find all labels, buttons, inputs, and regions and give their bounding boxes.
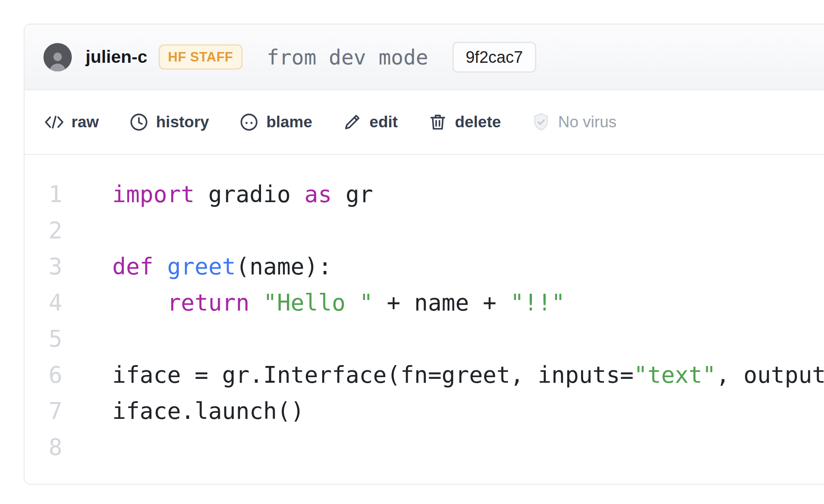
file-viewer-card: julien-c HF STAFF from dev mode 9f2cac7 …	[24, 24, 824, 485]
code-token: import	[112, 176, 194, 212]
history-label: history	[156, 113, 209, 131]
code-token: iface = gr.Interface(fn=greet, inputs=	[112, 357, 634, 393]
blame-button[interactable]: blame	[239, 112, 312, 132]
code-token: + name +	[373, 285, 510, 321]
clock-icon	[129, 112, 149, 132]
code-token	[112, 285, 167, 321]
line-number[interactable]: 7	[44, 393, 62, 429]
code-line: 5	[44, 321, 824, 357]
avatar[interactable]	[43, 43, 72, 71]
line-number[interactable]: 2	[44, 212, 62, 249]
code-token: greet	[167, 249, 236, 285]
hf-staff-badge: HF STAFF	[159, 44, 243, 70]
edit-label: edit	[369, 113, 398, 131]
code-token: gr	[332, 176, 373, 212]
commit-header: julien-c HF STAFF from dev mode 9f2cac7	[25, 25, 824, 90]
no-virus-label: No virus	[558, 113, 617, 131]
code-line: 1import gradio as gr	[44, 176, 824, 212]
blame-label: blame	[266, 113, 312, 131]
code-token: "Hello "	[263, 285, 373, 321]
commit-hash-chip[interactable]: 9f2cac7	[452, 42, 536, 73]
code-line: 7iface.launch()	[44, 393, 824, 429]
code-token: iface.launch()	[112, 393, 304, 429]
virus-scan-status[interactable]: No virus	[531, 112, 617, 132]
code-token: "text"	[634, 357, 716, 393]
code-token: "!!"	[510, 285, 565, 321]
code-line: 3def greet(name):	[44, 249, 824, 285]
commit-author[interactable]: julien-c	[86, 47, 148, 67]
line-number[interactable]: 6	[44, 357, 62, 393]
code-token: , output	[716, 357, 824, 393]
line-number[interactable]: 4	[44, 285, 62, 321]
code-token	[249, 285, 263, 321]
line-number[interactable]: 1	[44, 176, 62, 212]
delete-button[interactable]: delete	[428, 112, 501, 132]
line-number[interactable]: 3	[44, 249, 62, 285]
raw-button[interactable]: raw	[44, 112, 99, 132]
delete-label: delete	[455, 113, 501, 131]
code-token	[154, 249, 167, 285]
code-viewer: 1import gradio as gr23def greet(name):4 …	[25, 155, 824, 465]
pencil-icon	[342, 112, 362, 132]
file-toolbar: raw history blame edit	[25, 90, 824, 155]
line-number[interactable]: 8	[44, 429, 62, 465]
history-button[interactable]: history	[129, 112, 209, 132]
raw-label: raw	[71, 113, 99, 131]
code-token: return	[167, 285, 249, 321]
edit-button[interactable]: edit	[342, 112, 398, 132]
code-icon	[44, 112, 64, 132]
shield-check-icon	[531, 112, 551, 132]
line-number[interactable]: 5	[44, 321, 62, 357]
code-token: (name):	[236, 249, 332, 285]
code-line: 2	[44, 212, 824, 249]
code-line: 6iface = gr.Interface(fn=greet, inputs="…	[44, 357, 824, 393]
code-token: gradio	[194, 176, 304, 212]
code-token: def	[112, 249, 154, 285]
trash-icon	[428, 112, 448, 132]
code-line: 4 return "Hello " + name + "!!"	[44, 285, 824, 321]
person-silhouette-icon	[46, 48, 69, 71]
face-icon	[239, 112, 259, 132]
code-token: as	[304, 176, 332, 212]
code-line: 8	[44, 429, 824, 465]
commit-message: from dev mode	[267, 45, 428, 69]
